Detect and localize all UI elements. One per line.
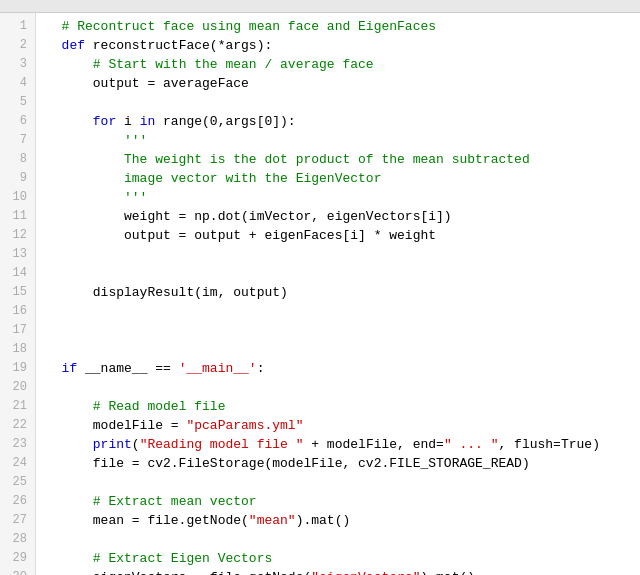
line-number: 23 bbox=[8, 435, 27, 454]
line-number: 21 bbox=[8, 397, 27, 416]
code-line: # Recontruct face using mean face and Ei… bbox=[46, 17, 630, 36]
line-number: 13 bbox=[8, 245, 27, 264]
line-number: 6 bbox=[8, 112, 27, 131]
line-number: 5 bbox=[8, 93, 27, 112]
code-line: output = averageFace bbox=[46, 74, 630, 93]
line-number: 26 bbox=[8, 492, 27, 511]
line-number: 8 bbox=[8, 150, 27, 169]
header bbox=[0, 0, 640, 13]
code-line: image vector with the EigenVector bbox=[46, 169, 630, 188]
code-line bbox=[46, 93, 630, 112]
code-line: ''' bbox=[46, 188, 630, 207]
code-line: def reconstructFace(*args): bbox=[46, 36, 630, 55]
code-line: mean = file.getNode("mean").mat() bbox=[46, 511, 630, 530]
code-line bbox=[46, 378, 630, 397]
code-line: modelFile = "pcaParams.yml" bbox=[46, 416, 630, 435]
code-line: eigenVectors = file.getNode("eigenVector… bbox=[46, 568, 630, 575]
line-number: 4 bbox=[8, 74, 27, 93]
line-number: 30 bbox=[8, 568, 27, 575]
code-container: 1234567891011121314151617181920212223242… bbox=[0, 13, 640, 575]
line-number: 11 bbox=[8, 207, 27, 226]
line-number: 18 bbox=[8, 340, 27, 359]
line-number: 27 bbox=[8, 511, 27, 530]
line-number: 24 bbox=[8, 454, 27, 473]
code-line: ''' bbox=[46, 131, 630, 150]
line-number: 17 bbox=[8, 321, 27, 340]
code-line bbox=[46, 530, 630, 549]
code-line: print("Reading model file " + modelFile,… bbox=[46, 435, 630, 454]
code-line: # Extract mean vector bbox=[46, 492, 630, 511]
line-numbers: 1234567891011121314151617181920212223242… bbox=[0, 13, 36, 575]
line-number: 7 bbox=[8, 131, 27, 150]
code-line: # Read model file bbox=[46, 397, 630, 416]
code-line bbox=[46, 473, 630, 492]
line-number: 29 bbox=[8, 549, 27, 568]
code-line bbox=[46, 245, 630, 264]
code-line: file = cv2.FileStorage(modelFile, cv2.FI… bbox=[46, 454, 630, 473]
code-line bbox=[46, 264, 630, 283]
line-number: 1 bbox=[8, 17, 27, 36]
line-number: 20 bbox=[8, 378, 27, 397]
code-line bbox=[46, 321, 630, 340]
code-line bbox=[46, 302, 630, 321]
line-number: 28 bbox=[8, 530, 27, 549]
line-number: 19 bbox=[8, 359, 27, 378]
line-number: 25 bbox=[8, 473, 27, 492]
line-number: 14 bbox=[8, 264, 27, 283]
line-number: 10 bbox=[8, 188, 27, 207]
code-line: # Extract Eigen Vectors bbox=[46, 549, 630, 568]
code-line: if __name__ == '__main__': bbox=[46, 359, 630, 378]
code-line: displayResult(im, output) bbox=[46, 283, 630, 302]
code-area[interactable]: # Recontruct face using mean face and Ei… bbox=[36, 13, 640, 575]
code-line: weight = np.dot(imVector, eigenVectors[i… bbox=[46, 207, 630, 226]
code-line: The weight is the dot product of the mea… bbox=[46, 150, 630, 169]
line-number: 2 bbox=[8, 36, 27, 55]
line-number: 9 bbox=[8, 169, 27, 188]
line-number: 12 bbox=[8, 226, 27, 245]
line-number: 3 bbox=[8, 55, 27, 74]
code-line: # Start with the mean / average face bbox=[46, 55, 630, 74]
code-line: for i in range(0,args[0]): bbox=[46, 112, 630, 131]
code-line: output = output + eigenFaces[i] * weight bbox=[46, 226, 630, 245]
line-number: 15 bbox=[8, 283, 27, 302]
code-line bbox=[46, 340, 630, 359]
line-number: 16 bbox=[8, 302, 27, 321]
line-number: 22 bbox=[8, 416, 27, 435]
